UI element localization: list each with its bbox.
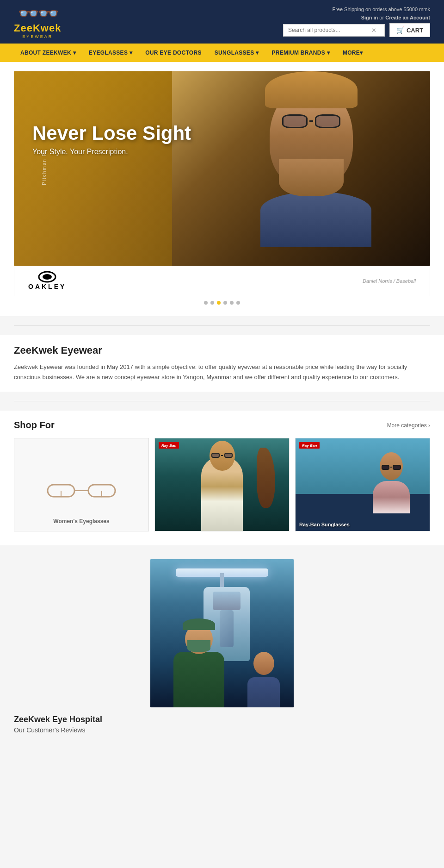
hero-subtitle: Your Style. Your Prescription. [32, 148, 191, 156]
cart-icon: 🛒 [396, 26, 404, 34]
logo-icon: 👓👓 [18, 5, 57, 22]
hospital-inner [150, 559, 294, 707]
hero-bottom-bar: OAKLEY Daniel Norris / Baseball [14, 266, 430, 296]
hero-text: Never Lose Sight Your Style. Your Prescr… [32, 123, 191, 156]
dot-2[interactable] [210, 301, 214, 305]
nav-sunglasses[interactable]: SUNGLASSES ▾ [208, 44, 265, 62]
hero-credit: Daniel Norris / Baseball [363, 278, 416, 284]
dot-6[interactable] [236, 301, 240, 305]
sign-in-link[interactable]: Sign in [361, 15, 378, 20]
shop-card-rayban-sunglasses[interactable]: Ray-Ban [295, 438, 430, 531]
hero-title: Never Lose Sight [32, 123, 191, 144]
nav-eye-doctors[interactable]: OUR EYE DOCTORS [139, 44, 208, 62]
about-title: ZeeKwek Eyewear [14, 344, 430, 356]
or-text: or [379, 15, 385, 20]
search-box[interactable]: ✕ [283, 24, 385, 37]
womens-card-image: Women's Eyeglasses [14, 438, 148, 531]
shop-card-womens[interactable]: Women's Eyeglasses [14, 438, 149, 531]
shop-header: Shop For More categories › [14, 420, 430, 431]
search-input[interactable] [288, 27, 371, 33]
oakley-symbol-icon [38, 271, 56, 283]
shop-for-title: Shop For [14, 420, 55, 431]
dot-4[interactable] [223, 301, 227, 305]
hero-section: Pitchman R Never Lose Sight Your Style. … [0, 62, 444, 316]
dot-5[interactable] [230, 301, 234, 305]
create-account-link[interactable]: Create an Account [385, 15, 430, 20]
oakley-brand-text: OAKLEY [28, 283, 66, 290]
cart-button[interactable]: 🛒 CART [389, 23, 430, 37]
rayban-glasses-badge: Ray-Ban [159, 442, 179, 449]
hospital-image [150, 559, 294, 707]
cart-label: CART [407, 27, 423, 34]
rayban-sunglasses-card-image: Ray-Ban [296, 438, 430, 531]
shop-card-rayban-glasses[interactable]: Ray-Ban [154, 438, 290, 531]
search-cart-row: ✕ 🛒 CART [283, 23, 430, 37]
slider-dots [14, 296, 430, 307]
nav-more[interactable]: MORE▾ [336, 44, 370, 62]
womens-glasses-icon [47, 479, 116, 502]
shop-grid: Women's Eyeglasses Ray-Ban [14, 438, 430, 531]
divider-1 [14, 325, 430, 326]
nav-bar: ABOUT ZEEKWEK ▾ EYEGLASSES ▾ OUR EYE DOC… [0, 44, 444, 62]
search-icon[interactable]: ✕ [371, 27, 376, 34]
dot-3[interactable] [217, 301, 221, 305]
nav-premium-brands[interactable]: PREMIUM BRANDS ▾ [265, 44, 336, 62]
rayban-sunglasses-badge: Ray-Ban [299, 442, 320, 449]
more-categories-link[interactable]: More categories › [387, 422, 430, 429]
svg-point-1 [43, 274, 52, 280]
customer-reviews-label: Our Customer's Reviews [14, 726, 85, 734]
oakley-logo: OAKLEY [28, 271, 66, 290]
rayban-glasses-card-image: Ray-Ban [155, 438, 289, 531]
about-section: ZeeKwek Eyewear Zeekwek Eyewear was foun… [0, 335, 444, 392]
auth-links: Sign in or Create an Account [361, 15, 430, 20]
pitchman-label: Pitchman R [42, 152, 47, 185]
hero-slider: Pitchman R Never Lose Sight Your Style. … [14, 71, 430, 266]
header: 👓👓 ZeeKwek EYEWEAR Free Shipping on orde… [0, 0, 444, 44]
about-text: Zeekwek Eyewear was founded in May 2017 … [14, 362, 430, 382]
divider-2 [14, 401, 430, 401]
rayban-sunglasses-label: Ray-Ban Sunglasses [299, 522, 350, 527]
shipping-notice: Free Shipping on orders above 55000 mmk [332, 6, 430, 12]
womens-card-label: Women's Eyeglasses [14, 516, 148, 526]
nav-about[interactable]: ABOUT ZEEKWEK ▾ [14, 44, 82, 62]
logo-container: 👓👓 ZeeKwek EYEWEAR [14, 5, 61, 39]
logo-sub: EYEWEAR [22, 34, 53, 39]
hospital-title: ZeeKwek Eye Hospital [14, 715, 102, 724]
header-right: Free Shipping on orders above 55000 mmk … [283, 6, 430, 37]
logo-text: ZeeKwek [14, 22, 61, 34]
dot-1[interactable] [204, 301, 208, 305]
hospital-section: ZeeKwek Eye Hospital Our Customer's Revi… [0, 550, 444, 743]
nav-eyeglasses[interactable]: EYEGLASSES ▾ [82, 44, 139, 62]
shop-section: Shop For More categories › [0, 411, 444, 545]
hero-image [172, 71, 430, 266]
